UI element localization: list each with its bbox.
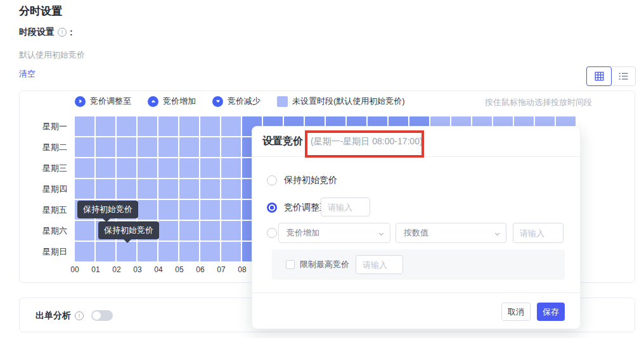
grid-cell[interactable] bbox=[221, 200, 241, 220]
grid-cell[interactable] bbox=[158, 137, 178, 157]
grid-cell[interactable] bbox=[96, 179, 115, 199]
radio-keep-initial-bid[interactable] bbox=[267, 175, 277, 185]
value-type-value: 按数值 bbox=[404, 227, 428, 239]
legend-label: 竞价减少 bbox=[228, 96, 261, 107]
hour-label: 03 bbox=[127, 265, 148, 274]
hour-label: 01 bbox=[85, 265, 106, 274]
grid-cell[interactable] bbox=[75, 158, 94, 178]
grid-cell[interactable] bbox=[179, 158, 199, 178]
grid-cell[interactable] bbox=[117, 179, 136, 199]
grid-cell[interactable] bbox=[138, 137, 157, 157]
max-bid-input[interactable] bbox=[356, 255, 403, 274]
max-bid-checkbox[interactable] bbox=[286, 260, 295, 269]
hour-label: 02 bbox=[106, 265, 127, 274]
day-label: 星期三 bbox=[20, 158, 67, 178]
grid-cell[interactable] bbox=[75, 179, 94, 199]
grid-cell[interactable] bbox=[138, 242, 157, 261]
hour-label: 06 bbox=[190, 265, 211, 274]
grid-cell[interactable] bbox=[138, 158, 157, 178]
grid-cell[interactable] bbox=[75, 242, 94, 261]
legend-label: 未设置时段(默认使用初始竞价) bbox=[292, 96, 405, 107]
grid-cell[interactable] bbox=[221, 137, 241, 157]
cancel-button[interactable]: 取消 bbox=[501, 303, 531, 321]
option-keep-initial-bid: 保持初始竞价 bbox=[267, 175, 337, 186]
legend-item: 竞价增加 bbox=[148, 96, 196, 107]
grid-cell[interactable] bbox=[200, 221, 220, 241]
order-analysis-toggle[interactable] bbox=[91, 310, 113, 321]
grid-cell[interactable] bbox=[158, 179, 178, 199]
grid-cell[interactable] bbox=[221, 221, 241, 241]
day-label: 星期六 bbox=[20, 221, 67, 241]
grid-cell[interactable] bbox=[138, 200, 157, 220]
day-label: 星期五 bbox=[20, 200, 67, 220]
legend-label: 竞价增加 bbox=[163, 96, 196, 107]
grid-cell[interactable] bbox=[158, 158, 178, 178]
drag-hint: 按住鼠标拖动选择投放时间段 bbox=[485, 97, 592, 108]
grid-cell[interactable] bbox=[200, 137, 220, 157]
grid-cell[interactable] bbox=[221, 179, 241, 199]
legend-item: 竞价调整至 bbox=[75, 96, 131, 107]
arrow-right-circle-icon bbox=[75, 96, 86, 107]
value-type-select[interactable]: 按数值 bbox=[396, 223, 506, 243]
info-icon: ! bbox=[58, 28, 67, 37]
list-view-icon bbox=[619, 72, 628, 80]
keep-initial-bid-tooltip: 保持初始竞价 bbox=[98, 222, 159, 239]
keep-initial-bid-tooltip: 保持初始竞价 bbox=[77, 201, 138, 218]
save-button[interactable]: 保存 bbox=[537, 303, 565, 321]
grid-cell[interactable] bbox=[75, 137, 94, 157]
grid-cell[interactable] bbox=[158, 242, 178, 261]
grid-cell[interactable] bbox=[158, 221, 178, 241]
bid-mode-value: 竞价增加 bbox=[287, 227, 319, 239]
max-bid-panel: 限制最高竞价 bbox=[272, 249, 565, 280]
grid-cell[interactable] bbox=[96, 116, 115, 136]
grid-cell[interactable] bbox=[96, 242, 115, 261]
list-view-button[interactable] bbox=[611, 67, 635, 85]
grid-cell[interactable] bbox=[117, 116, 136, 136]
grid-cell[interactable] bbox=[200, 200, 220, 220]
time-period-setting-label: 时段设置 ! : bbox=[19, 27, 73, 38]
modal-header: 设置竞价 (星期一-星期日 08:00-17:00) bbox=[252, 127, 580, 157]
option-bid-increase bbox=[267, 223, 277, 243]
grid-cell[interactable] bbox=[138, 116, 157, 136]
grid-cell[interactable] bbox=[200, 242, 220, 261]
bid-to-input[interactable] bbox=[321, 197, 370, 216]
clear-link[interactable]: 清空 bbox=[19, 68, 35, 80]
chevron-down-icon bbox=[495, 230, 499, 235]
grid-cell[interactable] bbox=[179, 116, 199, 136]
grid-cell[interactable] bbox=[75, 221, 94, 241]
grid-cell[interactable] bbox=[158, 200, 178, 220]
grid-cell[interactable] bbox=[117, 158, 136, 178]
grid-cell[interactable] bbox=[179, 137, 199, 157]
grid-cell[interactable] bbox=[179, 221, 199, 241]
field-label: 时段设置 bbox=[19, 27, 55, 38]
grid-cell[interactable] bbox=[158, 116, 178, 136]
grid-cell[interactable] bbox=[179, 200, 199, 220]
set-bid-modal: 设置竞价 (星期一-星期日 08:00-17:00) 保持初始竞价 竞价调整至 … bbox=[252, 126, 581, 329]
day-label: 星期二 bbox=[20, 137, 67, 157]
option-adjust-bid-to: 竞价调整至 bbox=[267, 202, 328, 213]
grid-cell[interactable] bbox=[221, 242, 241, 261]
grid-cell[interactable] bbox=[96, 137, 115, 157]
radio-bid-increase[interactable] bbox=[267, 228, 277, 238]
grid-cell[interactable] bbox=[221, 158, 241, 178]
legend-label: 竞价调整至 bbox=[90, 96, 131, 107]
grid-cell[interactable] bbox=[200, 116, 220, 136]
grid-cell[interactable] bbox=[117, 137, 136, 157]
view-toggle-group bbox=[586, 66, 636, 86]
grid-cell[interactable] bbox=[96, 158, 115, 178]
chevron-down-icon bbox=[379, 230, 383, 235]
grid-cell[interactable] bbox=[138, 179, 157, 199]
grid-cell[interactable] bbox=[75, 116, 94, 136]
grid-cell[interactable] bbox=[179, 179, 199, 199]
bid-increase-input[interactable] bbox=[513, 223, 564, 243]
bid-mode-select[interactable]: 竞价增加 bbox=[278, 223, 390, 243]
grid-cell[interactable] bbox=[179, 242, 199, 261]
order-analysis-label: 出单分析 bbox=[35, 310, 71, 322]
grid-cell[interactable] bbox=[200, 179, 220, 199]
arrow-down-circle-icon bbox=[212, 96, 223, 107]
radio-adjust-bid-to[interactable] bbox=[267, 203, 277, 213]
grid-view-button[interactable] bbox=[586, 66, 612, 86]
grid-cell[interactable] bbox=[200, 158, 220, 178]
modal-selected-range: (星期一-星期日 08:00-17:00) bbox=[311, 136, 423, 147]
grid-cell[interactable] bbox=[221, 116, 241, 136]
